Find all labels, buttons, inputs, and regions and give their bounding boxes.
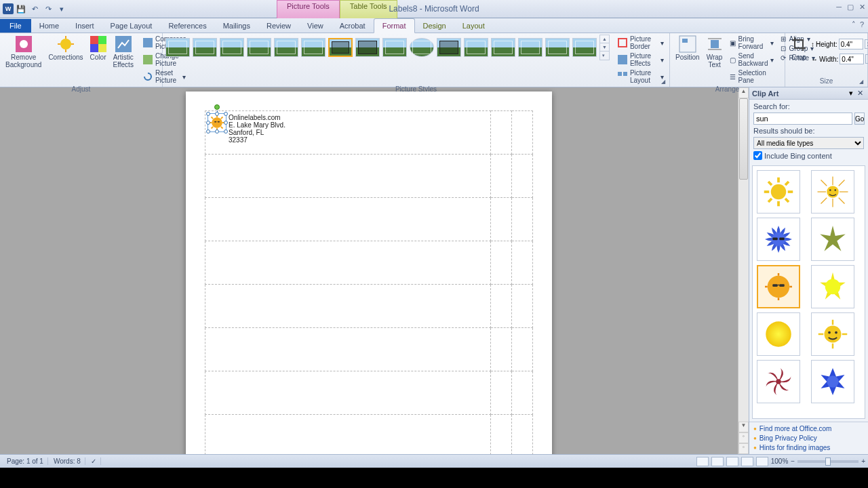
style-item[interactable] xyxy=(274,38,298,57)
picture-border-button[interactable]: Picture Border ▾ xyxy=(615,35,667,51)
help-icon[interactable]: ? xyxy=(860,20,864,29)
clipart-item[interactable] xyxy=(811,312,854,356)
clipart-item[interactable] xyxy=(757,218,800,261)
style-item[interactable] xyxy=(165,38,190,57)
artistic-effects-button[interactable]: Artistic Effects xyxy=(111,35,136,70)
minimize-icon[interactable]: ─ xyxy=(836,3,842,12)
scroll-thumb[interactable] xyxy=(739,98,748,180)
qat-more-icon[interactable]: ▾ xyxy=(56,3,68,15)
style-item[interactable] xyxy=(193,38,217,57)
label-cell[interactable]: Onlinelabels.com E. Lake Mary Blvd. Sanf… xyxy=(205,111,491,155)
close-icon[interactable]: ✕ xyxy=(859,3,865,12)
scroll-down-icon[interactable]: ▼ xyxy=(738,422,749,432)
tab-home[interactable]: Home xyxy=(31,19,67,33)
tab-design[interactable]: Design xyxy=(415,19,454,33)
zoom-value[interactable]: 100% xyxy=(771,458,789,465)
outline-view-button[interactable] xyxy=(741,457,753,466)
style-item[interactable] xyxy=(328,38,353,57)
web-layout-view-button[interactable] xyxy=(726,457,738,466)
clipart-item[interactable] xyxy=(811,218,854,261)
draft-view-button[interactable] xyxy=(756,457,768,466)
clipart-item[interactable] xyxy=(757,170,800,214)
selection-pane-button[interactable]: ☰Selection Pane xyxy=(727,68,777,85)
media-type-select[interactable]: All media file types xyxy=(753,137,864,149)
tab-layout[interactable]: Layout xyxy=(454,19,493,33)
clipart-item[interactable] xyxy=(811,170,854,214)
style-item[interactable] xyxy=(437,38,461,57)
print-layout-view-button[interactable] xyxy=(696,457,709,466)
rotate-handle-icon[interactable] xyxy=(214,104,220,110)
search-input[interactable] xyxy=(753,113,852,125)
selected-picture[interactable] xyxy=(208,114,226,131)
tab-mailings[interactable]: Mailings xyxy=(215,19,258,33)
color-button[interactable]: Color xyxy=(87,35,109,62)
style-item[interactable] xyxy=(545,38,570,57)
tab-insert[interactable]: Insert xyxy=(67,19,102,33)
clipart-item[interactable] xyxy=(757,312,800,356)
corrections-button[interactable]: Corrections xyxy=(45,35,85,62)
style-item[interactable] xyxy=(518,38,542,57)
wrap-text-button[interactable]: Wrap Text xyxy=(704,35,726,70)
style-item[interactable] xyxy=(382,38,407,57)
bring-forward-button[interactable]: ▣Bring Forward ▾ xyxy=(727,35,777,51)
height-input[interactable] xyxy=(839,39,863,49)
style-item[interactable] xyxy=(220,38,244,57)
style-item[interactable] xyxy=(247,38,271,57)
gallery-more-icon[interactable]: ▾ xyxy=(600,51,609,60)
bing-privacy-link[interactable]: Bing Privacy Policy xyxy=(753,434,864,442)
label-cell[interactable] xyxy=(491,111,512,155)
zoom-out-button[interactable]: − xyxy=(791,458,795,465)
style-item[interactable] xyxy=(572,38,597,57)
hints-link[interactable]: Hints for finding images xyxy=(753,444,864,451)
clipart-item[interactable] xyxy=(811,265,854,308)
proofing-icon[interactable]: ✓ xyxy=(87,458,101,465)
redo-icon[interactable]: ↷ xyxy=(42,3,54,15)
send-backward-button[interactable]: ▢Send Backward ▾ xyxy=(727,52,777,68)
tab-view[interactable]: View xyxy=(299,19,332,33)
tab-review[interactable]: Review xyxy=(258,19,299,33)
label-cell[interactable] xyxy=(512,111,533,155)
tab-file[interactable]: File xyxy=(0,19,31,33)
style-item[interactable] xyxy=(491,38,515,57)
tab-acrobat[interactable]: Acrobat xyxy=(332,19,374,33)
dialog-launcher-icon[interactable]: ◢ xyxy=(661,79,668,85)
clipart-item[interactable] xyxy=(757,265,800,308)
picture-layout-button[interactable]: Picture Layout ▾ xyxy=(615,68,667,85)
width-input[interactable] xyxy=(840,54,864,64)
undo-icon[interactable]: ↶ xyxy=(28,3,41,15)
browse-next-icon[interactable]: ◦ xyxy=(738,443,749,454)
save-icon[interactable]: 💾 xyxy=(15,3,27,15)
position-button[interactable]: Position xyxy=(673,35,703,62)
remove-background-button[interactable]: Remove Background xyxy=(3,35,44,70)
taskpane-menu-icon[interactable]: ▾ xyxy=(849,89,853,97)
page-status[interactable]: Page: 1 of 1 xyxy=(3,458,48,465)
tab-format[interactable]: Format xyxy=(374,18,415,33)
style-item[interactable] xyxy=(355,38,380,57)
page[interactable]: Onlinelabels.com E. Lake Mary Blvd. Sanf… xyxy=(186,92,552,454)
picture-effects-button[interactable]: Picture Effects ▾ xyxy=(615,52,667,68)
style-item[interactable] xyxy=(301,38,326,57)
clipart-item[interactable] xyxy=(757,360,800,403)
zoom-in-button[interactable]: + xyxy=(861,458,865,465)
office-link[interactable]: Find more at Office.com xyxy=(753,425,864,432)
style-item[interactable] xyxy=(464,38,488,57)
zoom-slider[interactable] xyxy=(797,460,859,463)
go-button[interactable]: Go xyxy=(854,113,865,125)
tab-page-layout[interactable]: Page Layout xyxy=(102,19,161,33)
clipart-item[interactable] xyxy=(811,360,854,403)
taskpane-close-icon[interactable]: ✕ xyxy=(855,89,865,97)
picture-styles-gallery[interactable]: ▲ ▼ ▾ xyxy=(165,35,610,60)
dialog-launcher-icon[interactable]: ◢ xyxy=(859,79,866,85)
word-count[interactable]: Words: 8 xyxy=(50,458,85,465)
ribbon-minimize-icon[interactable]: ˄ xyxy=(852,20,856,29)
browse-prev-icon[interactable]: ◦ xyxy=(738,432,749,443)
include-bing-checkbox[interactable]: Include Bing content xyxy=(753,151,864,160)
style-item[interactable] xyxy=(410,38,434,57)
vertical-scrollbar[interactable]: ▲ ▼ ◦ ◦ xyxy=(738,87,749,454)
tab-references[interactable]: References xyxy=(160,19,214,33)
full-screen-view-button[interactable] xyxy=(711,457,724,466)
gallery-up-icon[interactable]: ▲ xyxy=(600,35,609,43)
maximize-icon[interactable]: ▢ xyxy=(847,3,854,12)
crop-button[interactable]: Crop xyxy=(788,35,810,62)
gallery-down-icon[interactable]: ▼ xyxy=(600,43,609,51)
